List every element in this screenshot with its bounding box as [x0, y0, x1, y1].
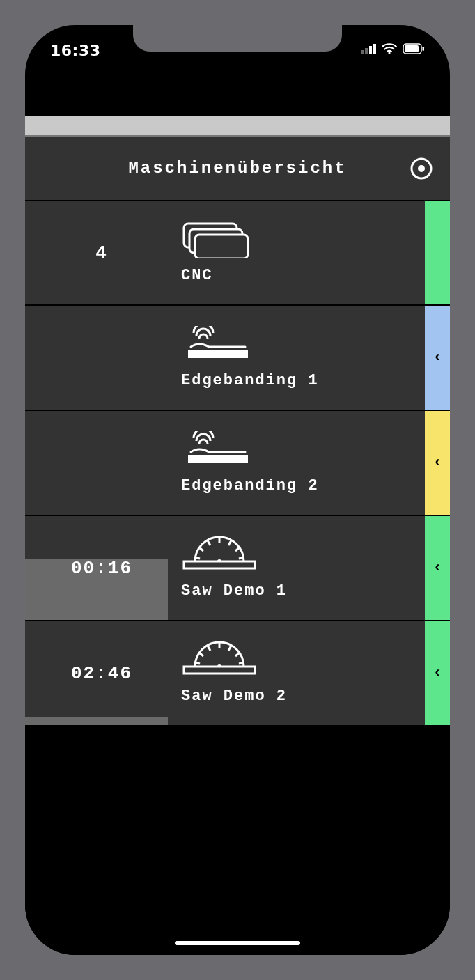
notch — [133, 25, 342, 52]
machine-timer: 02:46 — [25, 621, 178, 725]
machine-timer: 00:16 — [25, 516, 178, 620]
chevron-left-icon: ‹ — [433, 454, 442, 472]
svg-rect-0 — [361, 50, 364, 54]
app-content: Maschinenübersicht 4 — [25, 116, 450, 955]
status-tab[interactable]: ‹ — [425, 516, 450, 620]
phone-frame: 16:33 — [13, 13, 462, 967]
chevron-left-icon: ‹ — [433, 664, 442, 682]
record-button[interactable] — [410, 157, 433, 180]
svg-line-18 — [199, 547, 203, 551]
wifi-icon — [382, 43, 397, 58]
machine-row-edgebanding-2[interactable]: Edgebanding 2 ‹ — [25, 411, 450, 516]
saw-icon — [181, 641, 425, 679]
status-tab[interactable]: ‹ — [425, 411, 450, 515]
machine-label: Edgebanding 1 — [181, 372, 425, 389]
svg-rect-3 — [373, 44, 376, 54]
svg-line-19 — [235, 547, 240, 551]
svg-line-21 — [239, 557, 244, 559]
svg-line-27 — [199, 653, 203, 656]
svg-rect-32 — [184, 667, 255, 674]
status-icons — [361, 43, 425, 58]
svg-rect-2 — [369, 46, 372, 54]
svg-rect-1 — [365, 48, 368, 54]
machine-list: 4 CNC — [25, 201, 450, 726]
battery-icon — [403, 43, 425, 58]
svg-point-9 — [418, 165, 425, 172]
home-indicator[interactable] — [175, 941, 300, 945]
svg-line-20 — [195, 557, 200, 559]
svg-line-16 — [208, 540, 210, 545]
svg-rect-13 — [188, 350, 248, 358]
svg-line-28 — [235, 653, 240, 656]
chevron-left-icon: ‹ — [433, 349, 442, 366]
status-tab[interactable] — [425, 201, 450, 304]
svg-line-29 — [195, 662, 200, 664]
svg-rect-12 — [195, 235, 248, 258]
status-tab[interactable]: ‹ — [425, 621, 450, 725]
svg-rect-23 — [184, 561, 255, 568]
svg-line-17 — [228, 540, 231, 545]
page-title: Maschinenübersicht — [128, 159, 346, 178]
stack-icon — [181, 221, 425, 258]
machine-label: Saw Demo 1 — [181, 582, 425, 600]
svg-line-25 — [208, 646, 210, 651]
machine-row-saw-2[interactable]: 02:46 — [25, 621, 450, 726]
svg-rect-14 — [188, 455, 248, 463]
machine-label: CNC — [181, 267, 425, 284]
svg-rect-6 — [405, 45, 419, 52]
machine-label: Saw Demo 2 — [181, 687, 425, 705]
svg-point-4 — [388, 52, 390, 54]
machine-row-cnc[interactable]: 4 CNC — [25, 201, 450, 306]
machine-timer — [25, 411, 178, 515]
saw-icon — [181, 536, 425, 574]
record-icon — [410, 157, 433, 180]
svg-line-30 — [239, 662, 244, 664]
status-time: 16:33 — [50, 42, 101, 59]
chevron-left-icon: ‹ — [433, 559, 442, 577]
machine-label: Edgebanding 2 — [181, 477, 425, 495]
status-tab[interactable]: ‹ — [425, 306, 450, 410]
machine-timer — [25, 306, 178, 410]
machine-row-edgebanding-1[interactable]: Edgebanding 1 ‹ — [25, 306, 450, 411]
svg-rect-7 — [423, 47, 425, 51]
edgebanding-icon — [181, 326, 425, 364]
machine-count: 4 — [25, 201, 178, 304]
machine-row-saw-1[interactable]: 00:16 — [25, 516, 450, 621]
edgebanding-icon — [181, 431, 425, 469]
drag-handle-strip[interactable] — [25, 116, 450, 137]
svg-line-26 — [228, 646, 231, 651]
page-header: Maschinenübersicht — [25, 137, 450, 201]
cell-signal-icon — [361, 44, 376, 57]
